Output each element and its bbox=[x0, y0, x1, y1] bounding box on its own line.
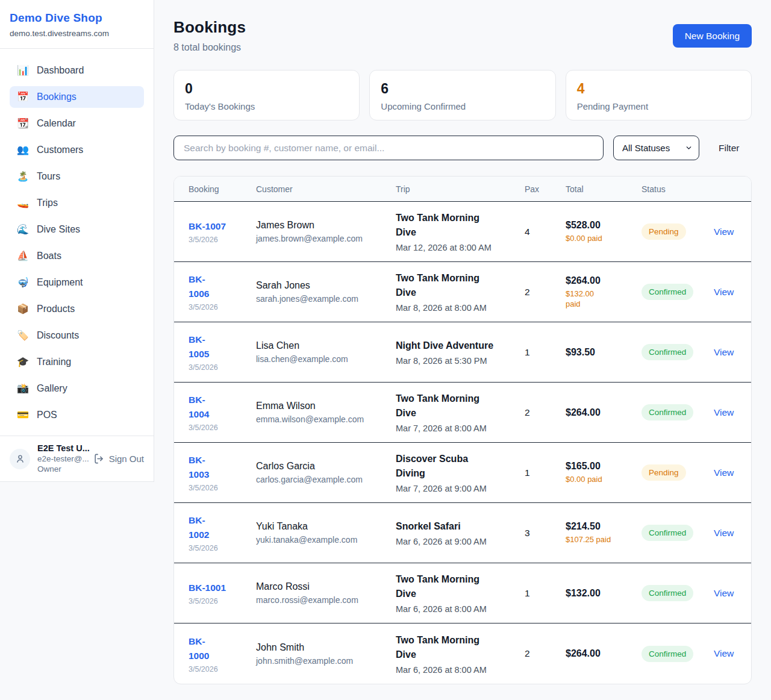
people-icon: 👥 bbox=[17, 145, 29, 155]
user-icon bbox=[15, 454, 25, 464]
trip-cell: Discover Scuba Diving Mar 7, 2026 at 9:0… bbox=[396, 452, 525, 493]
sidebar-item-boats[interactable]: ⛵ Boats bbox=[10, 245, 144, 267]
column-header-pax: Pax bbox=[525, 184, 566, 194]
customer-name: Yuki Tanaka bbox=[256, 521, 396, 532]
booking-id-link[interactable]: BK- 1003 bbox=[189, 453, 256, 482]
view-link[interactable]: View bbox=[714, 407, 734, 417]
status-badge: Pending bbox=[641, 464, 686, 481]
status-badge: Confirmed bbox=[641, 344, 693, 360]
customer-email: lisa.chen@example.com bbox=[256, 354, 396, 364]
trip-name: Two Tank Morning Dive bbox=[396, 633, 525, 662]
trip-name: Two Tank Morning Dive bbox=[396, 572, 525, 601]
filter-button[interactable]: Filter bbox=[719, 143, 739, 154]
table-row: BK- 1006 3/5/2026 Sarah Jones sarah.jone… bbox=[174, 262, 751, 322]
table-row: BK- 1000 3/5/2026 John Smith john.smith@… bbox=[174, 623, 751, 684]
column-header-status: Status bbox=[641, 184, 714, 194]
sidebar-item-trips[interactable]: 🚤 Trips bbox=[10, 192, 144, 214]
booking-id-link[interactable]: BK- 1005 bbox=[189, 333, 256, 361]
page-title: Bookings bbox=[173, 18, 246, 37]
sidebar-item-products[interactable]: 📦 Products bbox=[10, 298, 144, 320]
sidebar-item-bookings[interactable]: 📅 Bookings bbox=[10, 86, 144, 108]
customer-email: yuki.tanaka@example.com bbox=[256, 535, 396, 545]
view-link[interactable]: View bbox=[714, 648, 734, 658]
total-amount: $528.00 bbox=[566, 220, 641, 231]
trip-cell: Two Tank Morning Dive Mar 8, 2026 at 8:0… bbox=[396, 271, 525, 313]
booking-date: 3/5/2026 bbox=[189, 544, 256, 552]
view-link[interactable]: View bbox=[714, 588, 734, 598]
pax-value: 1 bbox=[525, 347, 566, 358]
camera-icon: 📸 bbox=[17, 384, 29, 393]
status-select[interactable]: All Statuses bbox=[613, 136, 699, 160]
trip-name: Night Dive Adventure bbox=[396, 339, 525, 353]
view-link[interactable]: View bbox=[714, 227, 734, 237]
booking-id-link[interactable]: BK-1001 bbox=[189, 581, 256, 595]
table-body: BK-1007 3/5/2026 James Brown james.brown… bbox=[174, 202, 751, 684]
customer-email: emma.wilson@example.com bbox=[256, 414, 396, 424]
trip-datetime: Mar 8, 2026 at 8:00 AM bbox=[396, 303, 525, 313]
booking-id-link[interactable]: BK- 1002 bbox=[189, 513, 256, 542]
tag-icon: 🏷️ bbox=[17, 331, 29, 340]
view-link[interactable]: View bbox=[714, 347, 734, 357]
booking-id-link[interactable]: BK- 1006 bbox=[189, 272, 256, 301]
sidebar-item-dashboard[interactable]: 📊 Dashboard bbox=[10, 60, 144, 81]
booking-cell: BK-1001 3/5/2026 bbox=[189, 581, 256, 605]
island-icon: 🏝️ bbox=[17, 172, 29, 181]
trip-datetime: Mar 7, 2026 at 9:00 AM bbox=[396, 484, 525, 493]
total-amount: $132.00 bbox=[566, 588, 641, 599]
paid-amount: $0.00 paid bbox=[566, 474, 641, 484]
total-cell: $165.00 $0.00 paid bbox=[566, 461, 641, 484]
search-input[interactable] bbox=[173, 136, 604, 160]
wave-icon: 🌊 bbox=[17, 225, 29, 234]
sidebar-nav: 📊 Dashboard 📅 Bookings 📆 Calendar 👥 Cust… bbox=[0, 49, 154, 436]
booking-date: 3/5/2026 bbox=[189, 363, 256, 372]
total-cell: $93.50 bbox=[566, 347, 641, 358]
shop-domain: demo.test.divestreams.com bbox=[10, 29, 144, 38]
column-header-total: Total bbox=[566, 184, 641, 194]
customer-email: james.brown@example.com bbox=[256, 234, 396, 243]
view-link[interactable]: View bbox=[714, 467, 734, 478]
sign-out-icon bbox=[93, 453, 105, 464]
sidebar-item-training[interactable]: 🎓 Training bbox=[10, 351, 144, 373]
stat-value: 0 bbox=[185, 81, 348, 97]
view-link[interactable]: View bbox=[714, 528, 734, 538]
sidebar-item-dive-sites[interactable]: 🌊 Dive Sites bbox=[10, 219, 144, 240]
new-booking-button[interactable]: New Booking bbox=[673, 24, 752, 48]
trip-name: Snorkel Safari bbox=[396, 519, 525, 534]
pax-value: 2 bbox=[525, 407, 566, 418]
stat-label: Upcoming Confirmed bbox=[381, 101, 544, 111]
total-cell: $264.00 bbox=[566, 407, 641, 418]
trip-datetime: Mar 6, 2026 at 9:00 AM bbox=[396, 537, 525, 546]
sidebar-item-equipment[interactable]: 🤿 Equipment bbox=[10, 272, 144, 293]
actions-cell: View bbox=[714, 407, 737, 418]
page-subtitle: 8 total bookings bbox=[173, 42, 246, 53]
status-cell: Confirmed bbox=[641, 585, 714, 601]
sidebar-item-tours[interactable]: 🏝️ Tours bbox=[10, 166, 144, 187]
sidebar-item-customers[interactable]: 👥 Customers bbox=[10, 139, 144, 161]
booking-id-link[interactable]: BK-1007 bbox=[189, 219, 256, 234]
sidebar: Demo Dive Shop demo.test.divestreams.com… bbox=[0, 0, 154, 482]
sign-out-button[interactable]: Sign Out bbox=[93, 453, 144, 464]
filters-bar: All Statuses Filter bbox=[173, 136, 752, 160]
view-link[interactable]: View bbox=[714, 287, 734, 297]
customer-cell: Lisa Chen lisa.chen@example.com bbox=[256, 340, 396, 364]
table-row: BK- 1002 3/5/2026 Yuki Tanaka yuki.tanak… bbox=[174, 503, 751, 563]
sidebar-item-calendar[interactable]: 📆 Calendar bbox=[10, 113, 144, 134]
sidebar-item-discounts[interactable]: 🏷️ Discounts bbox=[10, 325, 144, 346]
user-email: e2e-tester@... bbox=[37, 454, 86, 464]
sidebar-item-gallery[interactable]: 📸 Gallery bbox=[10, 378, 144, 399]
sailboat-icon: ⛵ bbox=[17, 251, 29, 261]
trip-name: Two Tank Morning Dive bbox=[396, 211, 525, 240]
status-cell: Confirmed bbox=[641, 525, 714, 541]
total-amount: $264.00 bbox=[566, 275, 641, 286]
paid-amount: $132.00 paid bbox=[566, 289, 641, 309]
page-header: Bookings 8 total bookings New Booking bbox=[173, 18, 752, 53]
pax-value: 4 bbox=[525, 227, 566, 237]
trip-cell: Two Tank Morning Dive Mar 6, 2026 at 8:0… bbox=[396, 633, 525, 675]
booking-id-link[interactable]: BK- 1000 bbox=[189, 634, 256, 663]
booking-date: 3/5/2026 bbox=[189, 665, 256, 673]
booking-id-link[interactable]: BK- 1004 bbox=[189, 393, 256, 422]
booking-date: 3/5/2026 bbox=[189, 303, 256, 311]
booking-date: 3/5/2026 bbox=[189, 484, 256, 492]
customer-cell: Emma Wilson emma.wilson@example.com bbox=[256, 401, 396, 424]
sidebar-item-pos[interactable]: 💳 POS bbox=[10, 404, 144, 426]
